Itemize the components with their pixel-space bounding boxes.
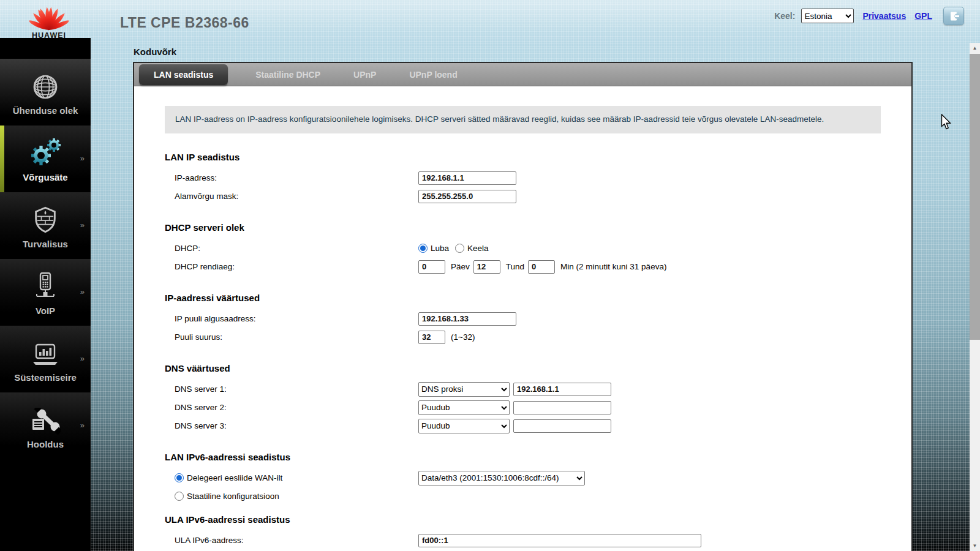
ula-address-row: ULA IPv6-aadress:	[165, 531, 881, 550]
sidebar-item-label: Süsteemiseire	[14, 372, 77, 383]
dhcp-lease-label: DHCP rendiaeg:	[175, 262, 418, 271]
wrench-icon	[30, 403, 61, 435]
sidebar-item-security[interactable]: Turvalisus »	[0, 192, 91, 259]
pool-size-hint: (1~32)	[451, 332, 475, 342]
section-dns-heading: DNS väärtused	[165, 363, 881, 373]
dns2-address-input[interactable]	[513, 401, 611, 414]
sidebar-item-network-settings[interactable]: Võrgusäte »	[0, 126, 91, 192]
pool-size-input[interactable]	[418, 331, 445, 344]
sidebar-item-label: Võrgusäte	[23, 172, 67, 182]
pool-start-row: IP puuli algusaadress:	[165, 310, 881, 328]
pool-start-label: IP puuli algusaadress:	[175, 314, 418, 323]
lease-days-input[interactable]	[418, 260, 445, 274]
huawei-logo: HUAWEI	[27, 2, 71, 40]
mouse-cursor-icon	[941, 114, 952, 133]
page-title: Koduvõrk	[134, 47, 176, 57]
lease-hours-input[interactable]	[473, 260, 500, 274]
chevron-right-icon: »	[80, 154, 85, 163]
huawei-flower-icon	[29, 2, 69, 31]
language-label: Keel:	[774, 11, 795, 21]
dns1-row: DNS server 1: DNS proksi	[165, 380, 881, 399]
ula-address-input[interactable]	[418, 534, 701, 547]
section-ip-pool-heading: IP-aadressi väärtused	[165, 293, 881, 303]
dns2-label: DNS server 2:	[175, 403, 418, 412]
pool-start-input[interactable]	[418, 312, 516, 326]
ipv6-static-radio[interactable]	[175, 492, 184, 501]
lease-minutes-input[interactable]	[528, 260, 555, 274]
monitor-icon	[31, 336, 60, 368]
gpl-link[interactable]: GPL	[914, 11, 932, 21]
sidebar-item-label: Turvalisus	[23, 239, 68, 249]
dns2-row: DNS server 2: Puudub	[165, 399, 881, 417]
dns3-address-input[interactable]	[513, 419, 611, 433]
ip-address-input[interactable]	[418, 171, 516, 185]
sidebar-item-system-monitoring[interactable]: Süsteemiseire »	[0, 326, 91, 392]
sidebar: Ühenduse olek	[0, 38, 91, 551]
chevron-right-icon: »	[80, 354, 85, 363]
ipv6-delegate-label: Delegeeri eesliide WAN-ilt	[187, 473, 282, 482]
dhcp-label: DHCP:	[175, 244, 418, 253]
ipv6-delegate-radio[interactable]	[175, 473, 184, 482]
scroll-down-icon[interactable]: ▼	[970, 541, 980, 551]
scroll-up-icon[interactable]: ▲	[970, 43, 980, 53]
dhcp-disable-label: Keela	[467, 244, 489, 253]
dns1-address-input[interactable]	[513, 383, 611, 396]
sidebar-item-label: Hooldus	[27, 439, 64, 449]
dns3-mode-select[interactable]: Puudub	[418, 419, 510, 433]
chevron-right-icon: »	[80, 287, 85, 296]
dns1-label: DNS server 1:	[175, 384, 418, 394]
logout-door-icon	[949, 11, 959, 21]
ipv6-prefix-select[interactable]: Data/eth3 (2001:1530:1006:8cdf::/64)	[418, 471, 585, 485]
dns2-mode-select[interactable]: Puudub	[418, 400, 510, 415]
dns1-mode-select[interactable]: DNS proksi	[418, 382, 510, 397]
header: HUAWEI LTE CPE B2368-66 Keel: Estonia Pr…	[0, 0, 980, 38]
chevron-right-icon: »	[80, 220, 85, 230]
section-lan-ipv6-heading: LAN IPv6-aadressi seadistus	[165, 452, 881, 462]
section-lan-ip-heading: LAN IP seadistus	[165, 152, 881, 162]
privacy-link[interactable]: Privaatsus	[862, 11, 906, 21]
phone-icon	[32, 269, 58, 301]
dhcp-lease-row: DHCP rendiaeg: Päev Tund Min (2 minutit …	[165, 258, 881, 276]
lease-hours-unit: Tund	[506, 262, 524, 271]
ipv6-static-label: Staatiline konfiguratsioon	[187, 492, 279, 501]
subnet-mask-label: Alamvõrgu mask:	[175, 192, 418, 201]
tab-bar: LAN seadistus Staatiline DHCP UPnP UPnP …	[134, 63, 911, 86]
page: HUAWEI LTE CPE B2368-66 Keel: Estonia Pr…	[0, 0, 980, 551]
dns3-label: DNS server 3:	[175, 421, 418, 430]
sidebar-item-connection-status[interactable]: Ühenduse olek	[0, 59, 91, 126]
tab-upnp[interactable]: UPnP	[337, 63, 393, 86]
scrollbar-thumb[interactable]	[970, 54, 980, 340]
ip-address-row: IP-aadress:	[165, 169, 881, 187]
dhcp-enable-radio[interactable]	[418, 244, 428, 253]
sidebar-item-label: VoIP	[36, 305, 55, 316]
pool-size-row: Puuli suurus: (1~32)	[165, 328, 881, 347]
dhcp-disable-radio[interactable]	[455, 244, 464, 253]
subnet-mask-row: Alamvõrgu mask:	[165, 187, 881, 206]
sidebar-item-voip[interactable]: VoIP »	[0, 259, 91, 326]
pool-size-label: Puuli suurus:	[175, 332, 418, 342]
dhcp-enable-label: Luba	[431, 244, 449, 253]
tab-upnp-list[interactable]: UPnP loend	[393, 63, 473, 86]
info-box: LAN IP-aadress on IP-aadress konfigurats…	[165, 106, 881, 133]
ip-address-label: IP-aadress:	[175, 173, 418, 182]
sidebar-item-label: Ühenduse olek	[13, 105, 78, 116]
ipv6-static-row: Staatiline konfiguratsioon	[165, 487, 881, 506]
sidebar-item-maintenance[interactable]: Hooldus »	[0, 392, 91, 459]
ipv6-delegate-row: Delegeeri eesliide WAN-ilt Data/eth3 (20…	[165, 469, 881, 487]
language-select[interactable]: Estonia	[801, 9, 854, 23]
section-dhcp-heading: DHCP serveri olek	[165, 222, 881, 233]
dns3-row: DNS server 3: Puudub	[165, 417, 881, 435]
dhcp-row: DHCP: Luba Keela	[165, 239, 881, 258]
ula-address-label: ULA IPv6-aadress:	[175, 536, 418, 545]
tab-lan-settings[interactable]: LAN seadistus	[139, 64, 228, 85]
lease-days-unit: Päev	[451, 262, 470, 271]
chevron-right-icon: »	[80, 421, 85, 430]
vertical-scrollbar[interactable]: ▲ ▼	[970, 43, 980, 551]
tab-static-dhcp[interactable]: Staatiline DHCP	[239, 63, 337, 86]
shield-icon	[32, 203, 59, 234]
lease-minutes-unit: Min (2 minutit kuni 31 päeva)	[560, 262, 666, 271]
subnet-mask-input[interactable]	[418, 190, 516, 203]
content-panel: LAN seadistus Staatiline DHCP UPnP UPnP …	[133, 62, 913, 551]
section-ula-ipv6-heading: ULA IPv6-aadressi seadistus	[165, 514, 881, 525]
logout-button[interactable]	[943, 7, 964, 25]
